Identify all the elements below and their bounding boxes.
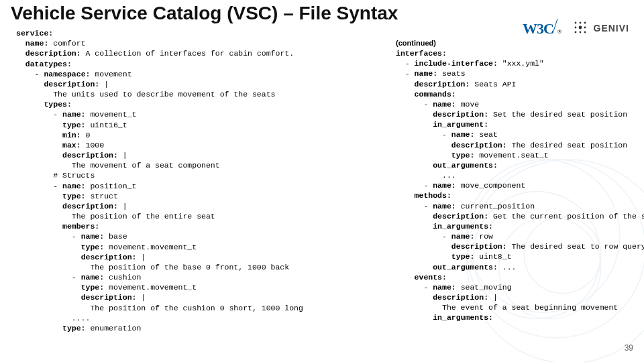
svg-point-14 (584, 32, 586, 34)
svg-point-13 (579, 32, 581, 34)
continued-label: (continued) (396, 39, 637, 47)
page-number: 39 (625, 343, 633, 353)
svg-point-6 (574, 22, 576, 24)
genivi-mark-icon (572, 19, 590, 37)
slide-title: Vehicle Service Catalog (VSC) – File Syn… (11, 3, 398, 24)
w3c-logo: W3C ® (523, 19, 561, 38)
logo-bar: W3C ® GENIVI (523, 19, 629, 38)
svg-point-10 (578, 26, 582, 29)
svg-point-11 (584, 27, 586, 29)
code-column-left: service: name: comfort description: A co… (16, 28, 385, 333)
w3c-logo-tm: ® (557, 28, 561, 35)
svg-point-12 (574, 32, 576, 34)
w3c-logo-text: W3C (523, 20, 553, 38)
slide-root: Vehicle Service Catalog (VSC) – File Syn… (0, 0, 644, 362)
code-block-left: service: name: comfort description: A co… (16, 28, 385, 333)
genivi-logo: GENIVI (572, 19, 629, 37)
svg-point-7 (579, 22, 581, 24)
code-column-right: (continued) interfaces: - include-interf… (396, 39, 637, 323)
genivi-logo-text: GENIVI (594, 23, 629, 34)
code-block-right: interfaces: - include-interface: "xxx.ym… (396, 48, 637, 323)
svg-point-9 (574, 27, 576, 29)
svg-point-8 (584, 22, 586, 24)
